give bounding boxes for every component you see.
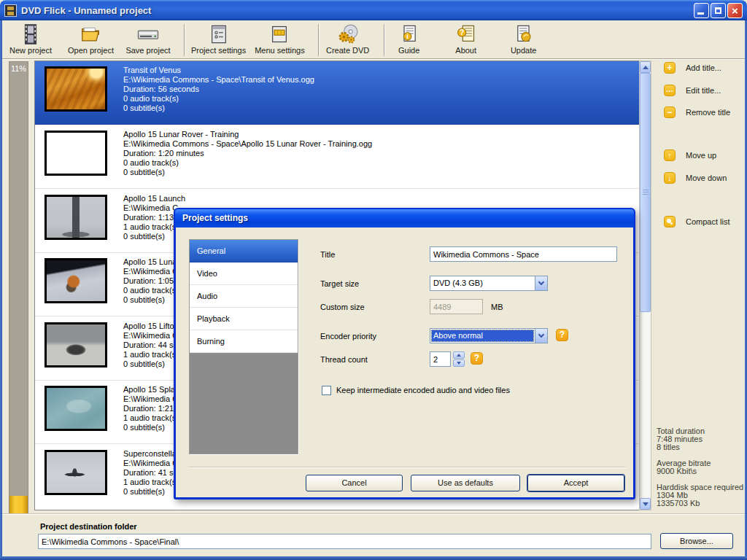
move-up-button[interactable]: Move up <box>664 149 716 161</box>
use-as-defaults-button[interactable]: Use as defaults <box>411 475 520 491</box>
launch-pad-thumbnail <box>44 195 107 240</box>
title-duration: Duration: 1:21 <box>123 404 179 413</box>
toolbar-create-dvd[interactable]: Create DVD <box>325 23 371 55</box>
title-subtitles: 0 subtitle(s) <box>123 423 179 432</box>
title-audio-tracks: 0 audio track(s) <box>123 94 314 104</box>
move-down-button[interactable]: Move down <box>664 172 727 184</box>
film-strip-icon <box>20 23 41 46</box>
compact-list-button[interactable]: Compact list <box>664 216 730 228</box>
toolbar-project-settings[interactable]: Project settings <box>191 23 246 55</box>
dropdown-button[interactable] <box>535 329 547 343</box>
bitrate-value: 9000 Kbit\s <box>657 467 743 475</box>
training-ground-thumbnail <box>44 131 107 176</box>
thread-count-input[interactable] <box>430 351 451 367</box>
encoder-help-button[interactable] <box>556 329 568 341</box>
scroll-up-button[interactable] <box>640 61 651 73</box>
project-settings-dialog: Project settings General Video Audio Pla… <box>174 208 635 499</box>
update-document-icon <box>514 23 534 46</box>
space-kb-value: 1335703 Kb <box>657 499 743 508</box>
scroll-down-button[interactable] <box>640 498 651 510</box>
plus-icon <box>664 62 676 74</box>
title-duration: Duration: 1:05 <box>123 276 179 286</box>
accept-button[interactable]: Accept <box>527 475 624 491</box>
title-name: Apollo 15 Launch <box>123 194 185 203</box>
window-border-left <box>0 20 2 560</box>
minimize-button[interactable] <box>694 3 709 18</box>
custom-size-label: Custom size <box>320 303 365 311</box>
title-path: E:\Wikimedia C <box>123 394 179 404</box>
title-list-item[interactable]: Apollo 15 Lunar Rover - Training E:\Wiki… <box>35 125 639 189</box>
dialog-tab-list: General Video Audio Playback Burning <box>189 239 298 454</box>
tab-video[interactable]: Video <box>190 262 298 285</box>
toolbar-about[interactable]: ? About <box>448 23 484 55</box>
title-list-item[interactable]: Transit of Venus E:\Wikimedia Commons - … <box>35 61 639 125</box>
add-title-button[interactable]: Add title... <box>664 62 721 74</box>
scrollbar-thumb[interactable] <box>640 73 651 312</box>
target-size-dropdown[interactable]: DVD (4.3 GB) <box>430 276 548 291</box>
tab-audio[interactable]: Audio <box>190 285 298 308</box>
close-button[interactable]: × <box>727 3 743 18</box>
restore-icon <box>715 7 721 14</box>
tab-general[interactable]: General <box>190 240 298 262</box>
encode-progress-bar: 11% <box>9 61 28 551</box>
edit-title-button[interactable]: Edit title... <box>664 85 721 96</box>
spin-down-icon <box>457 362 461 365</box>
title-path: E:\Wikimedia C <box>123 459 178 468</box>
toolbar-new-project[interactable]: New project <box>8 23 53 55</box>
title-path: E:\Wikimedia Commons - Space\Transit of … <box>123 75 314 85</box>
cancel-button[interactable]: Cancel <box>306 475 403 491</box>
arrow-up-icon <box>664 149 676 161</box>
restore-button[interactable] <box>711 3 726 18</box>
title-duration: Duration: 44 se <box>123 341 178 350</box>
destination-input[interactable] <box>38 534 651 549</box>
tab-burning[interactable]: Burning <box>190 330 298 353</box>
toolbar-open-project[interactable]: Open project <box>68 23 114 55</box>
title-name: Apollo 15 Lunar <box>123 257 179 267</box>
keep-intermediate-label: Keep intermediate encoded audio and vide… <box>336 386 510 394</box>
title-duration: Duration: 41 se <box>123 468 178 478</box>
toolbar-guide[interactable]: i Guide <box>391 23 427 55</box>
title-audio-tracks: 0 audio track(s) <box>123 158 372 168</box>
keep-intermediate-checkbox[interactable] <box>322 386 331 395</box>
thread-count-stepper[interactable] <box>453 351 466 367</box>
encoder-priority-dropdown[interactable]: Above normal <box>430 328 548 343</box>
chevron-down-icon <box>538 279 544 285</box>
guide-document-icon: i <box>399 23 419 46</box>
title-audio-tracks: 1 audio track(s <box>123 350 178 359</box>
project-info-panel: Total duration 7:48 minutes 8 titles Ave… <box>657 427 743 508</box>
title-subtitles: 0 subtitle(s) <box>123 359 178 369</box>
svg-text:i: i <box>406 33 409 40</box>
title-audio-tracks: 0 audio track(s <box>123 286 179 295</box>
tab-playback[interactable]: Playback <box>190 308 298 330</box>
scrollbar-grip-icon <box>643 190 649 195</box>
chevron-down-icon <box>538 332 544 338</box>
project-title-input[interactable] <box>430 246 617 262</box>
title-name: Superconstella <box>123 449 178 459</box>
dropdown-button[interactable] <box>535 276 547 290</box>
toolbar-update[interactable]: Update <box>505 23 543 55</box>
spin-up-button[interactable] <box>453 351 465 359</box>
title-name: Apollo 15 Liftof <box>123 322 178 331</box>
toolbar-save-project[interactable]: Save project <box>125 23 171 55</box>
toolbar: New project Open project Save project Pr… <box>2 20 745 59</box>
toolbar-separator <box>318 24 320 56</box>
title-path: E:\Wikimedia Commons - Space\Apollo 15 L… <box>123 139 372 149</box>
open-folder-icon <box>80 23 101 46</box>
destination-label: Project destination folder <box>40 522 137 531</box>
splashdown-thumbnail <box>44 386 107 431</box>
custom-size-input <box>430 299 483 314</box>
remove-title-button[interactable]: Remove title <box>664 106 730 118</box>
settings-window-icon <box>209 23 229 46</box>
title-path: E:\Wikimedia C <box>123 267 179 276</box>
browse-button[interactable]: Browse... <box>660 533 733 549</box>
list-scrollbar[interactable] <box>639 61 651 510</box>
progress-percent-label: 11% <box>9 64 28 73</box>
toolbar-menu-settings[interactable]: Menu settings <box>255 23 304 55</box>
toolbar-separator <box>184 24 185 56</box>
encoder-priority-label: Encoder priority <box>320 332 376 341</box>
thread-help-button[interactable] <box>471 352 483 365</box>
spin-up-icon <box>457 354 461 357</box>
window-title: DVD Flick - Unnamed project <box>21 5 151 16</box>
about-document-icon: ? <box>456 23 476 46</box>
spin-down-button[interactable] <box>453 359 465 367</box>
